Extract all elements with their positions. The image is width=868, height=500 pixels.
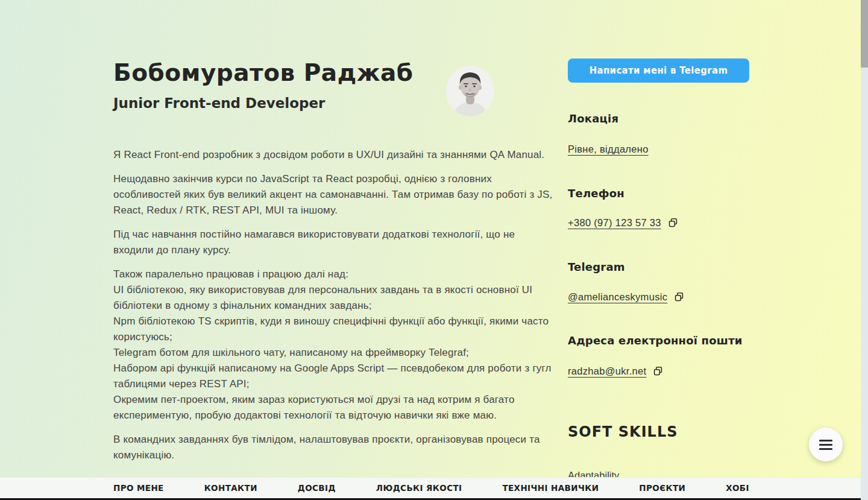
about-paragraph: Я React Front-end розробник з досвідом р… — [113, 147, 555, 163]
nav-item-tech-skills[interactable]: ТЕХНІЧНІ НАВИЧКИ — [502, 483, 599, 493]
nav-item-soft-qualities[interactable]: ЛЮДСЬКІ ЯКОСТІ — [376, 483, 462, 493]
hamburger-menu-icon — [819, 440, 832, 441]
scrollbar-track[interactable] — [861, 0, 868, 500]
phone-value-row: +380 (97) 123 57 33 — [568, 217, 679, 229]
email-link[interactable]: radzhab@ukr.net — [568, 366, 646, 377]
email-heading: Адреса електронної пошти — [568, 334, 743, 347]
about-paragraph: Також паралельно працював і працюю далі … — [113, 267, 555, 423]
phone-heading: Телефон — [568, 187, 624, 200]
scrollbar-thumb[interactable] — [861, 0, 868, 68]
nav-item-hobbies[interactable]: ХОБІ — [726, 483, 749, 493]
nav-item-about[interactable]: ПРО МЕНЕ — [113, 483, 164, 493]
telegram-value-row: @amelianceskymusic — [568, 291, 685, 303]
page-title: Бобомуратов Раджаб — [113, 59, 414, 86]
hamburger-menu-button[interactable] — [809, 428, 843, 461]
soft-skills-heading: SOFT SKILLS — [568, 423, 678, 440]
nav-item-projects[interactable]: ПРОЄКТИ — [639, 483, 685, 493]
nav-item-experience[interactable]: ДОСВІД — [298, 483, 336, 493]
about-section: Я React Front-end розробник з досвідом р… — [113, 147, 555, 472]
telegram-handle-link[interactable]: @amelianceskymusic — [568, 291, 667, 303]
email-value-row: radzhab@ukr.net — [568, 366, 664, 377]
about-paragraph: Нещодавно закінчив курси по JavaScript т… — [113, 171, 555, 218]
location-link[interactable]: Рівне, віддалено — [568, 144, 649, 155]
avatar-portrait-illustration — [446, 66, 494, 116]
about-paragraph: Під час навчання постійно намагався вико… — [113, 227, 555, 258]
telegram-message-button[interactable]: Написати мені в Telegram — [568, 59, 749, 83]
location-value-row: Рівне, віддалено — [568, 144, 649, 155]
location-heading: Локація — [568, 112, 618, 125]
nav-item-contacts[interactable]: КОНТАКТИ — [204, 483, 257, 493]
avatar — [446, 66, 494, 116]
page-subtitle: Junior Front-end Developer — [113, 95, 325, 111]
phone-link[interactable]: +380 (97) 123 57 33 — [568, 217, 661, 229]
telegram-heading: Telegram — [568, 261, 625, 273]
copy-icon[interactable] — [652, 366, 664, 377]
about-paragraph: В командних завданнях був тімлідом, нала… — [113, 432, 555, 463]
bottom-navigation: ПРО МЕНЕ КОНТАКТИ ДОСВІД ЛЮДСЬКІ ЯКОСТІ … — [0, 477, 868, 498]
copy-icon[interactable] — [667, 217, 679, 229]
copy-icon[interactable] — [673, 291, 685, 303]
